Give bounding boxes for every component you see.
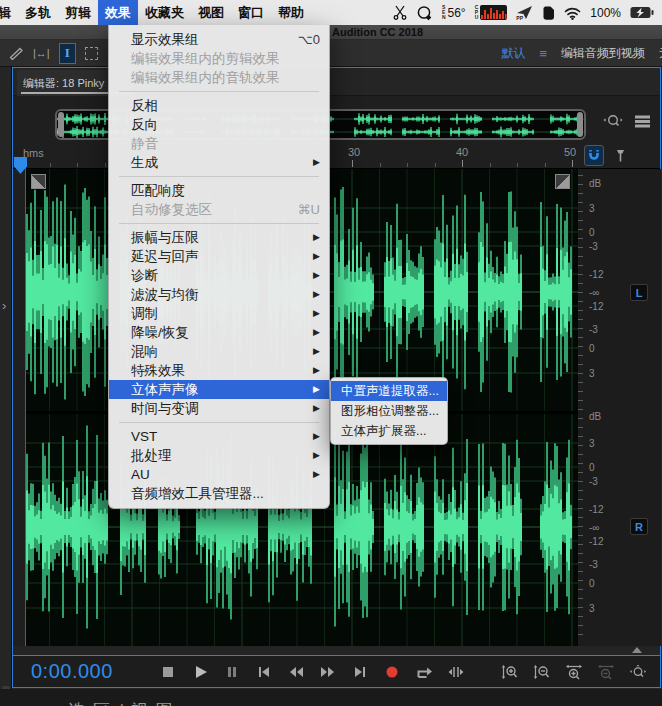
- menubar-item[interactable]: 多轨: [18, 0, 58, 25]
- time-display[interactable]: 0:00.000: [31, 660, 113, 683]
- paperplane-icon[interactable]: PP: [516, 5, 533, 20]
- sync-chat-icon[interactable]: [416, 5, 433, 21]
- menubar-item[interactable]: 窗口: [231, 0, 271, 25]
- zoom-in-amplitude-button[interactable]: [501, 664, 519, 680]
- snap-magnet-toggle[interactable]: [584, 145, 604, 166]
- menu-separator: [119, 223, 319, 224]
- corner-handle-top-left[interactable]: [31, 174, 46, 189]
- workspace-menu-icon[interactable]: ≡: [539, 46, 547, 61]
- skip-to-start-button[interactable]: [255, 664, 273, 680]
- effects-menu-item[interactable]: 音频增效工具管理器...: [109, 484, 329, 503]
- menu-separator: [119, 176, 319, 177]
- marquee-selection-tool-icon[interactable]: [85, 47, 98, 60]
- menubar-item[interactable]: 辑: [0, 0, 18, 25]
- zoom-navigate-button[interactable]: [629, 664, 647, 680]
- effects-menu-item[interactable]: 匹配响度: [109, 181, 329, 200]
- effects-menu-item[interactable]: 反相: [109, 96, 329, 115]
- ruler-tick: [435, 163, 436, 167]
- effects-menu-item[interactable]: 混响▶: [109, 342, 329, 361]
- menubar-item[interactable]: 效果: [98, 0, 138, 25]
- play-button[interactable]: [191, 664, 209, 680]
- menu-item-label: 混响: [131, 342, 158, 361]
- db-label: -12: [589, 301, 603, 312]
- submenu-arrow-icon: ▶: [313, 323, 320, 342]
- submenu-arrow-icon: ▶: [313, 427, 320, 446]
- expand-panel-chevron-icon[interactable]: ›: [2, 298, 6, 313]
- effects-menu-item[interactable]: 立体声声像▶: [109, 380, 329, 399]
- submenu-arrow-icon: ▶: [313, 399, 320, 418]
- playhead-line[interactable]: [25, 163, 26, 646]
- effects-menu-item: 编辑效果组内的音轨效果: [109, 68, 329, 87]
- stop-button[interactable]: [159, 664, 177, 680]
- skip-to-end-button[interactable]: [351, 664, 369, 680]
- submenu-arrow-icon: ▶: [313, 266, 320, 285]
- menu-item-label: 诊断: [131, 266, 158, 285]
- razor-tool-icon[interactable]: [8, 43, 24, 63]
- effects-menu-item[interactable]: 降噪/恢复▶: [109, 323, 329, 342]
- amplitude-ruler[interactable]: dB30-3-12-∞-12-303dB30-3-12-∞-12-303 L R: [578, 169, 661, 646]
- fast-forward-button[interactable]: [319, 664, 337, 680]
- stereo-submenu-item[interactable]: 图形相位调整器...: [331, 401, 447, 421]
- cpu-monitor-widget[interactable]: CPU: [475, 5, 508, 20]
- effects-menu-item[interactable]: 滤波与均衡▶: [109, 285, 329, 304]
- effects-menu-item[interactable]: 反向: [109, 115, 329, 134]
- effects-menu-item[interactable]: 生成▶: [109, 153, 329, 172]
- effects-menu-item[interactable]: 诊断▶: [109, 266, 329, 285]
- record-button[interactable]: [383, 664, 401, 680]
- effects-menu-item[interactable]: 调制▶: [109, 304, 329, 323]
- effects-menu-item[interactable]: 特殊效果▶: [109, 361, 329, 380]
- effects-menu-item[interactable]: 延迟与回声▶: [109, 247, 329, 266]
- collapse-arrow-icon[interactable]: [632, 647, 642, 653]
- right-channel-badge[interactable]: R: [630, 518, 648, 535]
- loop-playback-button[interactable]: [415, 664, 433, 680]
- stereo-submenu-item[interactable]: 中置声道提取器...: [331, 381, 447, 401]
- submenu-arrow-icon: ▶: [313, 342, 320, 361]
- time-selection-tool-icon[interactable]: I: [59, 43, 76, 64]
- zoom-navigator-icon[interactable]: [603, 112, 623, 134]
- stereo-submenu-item[interactable]: 立体声扩展器...: [331, 421, 447, 441]
- menubar-item[interactable]: 帮助: [271, 0, 311, 25]
- zoom-out-amplitude-button[interactable]: [533, 664, 551, 680]
- left-channel-badge[interactable]: L: [630, 284, 648, 301]
- workspace-item-edit-audio-to-video[interactable]: 编辑音频到视频: [561, 45, 645, 62]
- battery-icon[interactable]: [630, 6, 654, 19]
- effects-menu-item[interactable]: 批处理▶: [109, 446, 329, 465]
- effects-menu-item[interactable]: 时间与变调▶: [109, 399, 329, 418]
- db-label: -3: [589, 559, 598, 570]
- effects-menu-item[interactable]: 显示效果组⌥0: [109, 30, 329, 49]
- wifi-icon[interactable]: [564, 6, 581, 20]
- menu-item-label: 时间与变调: [131, 399, 199, 418]
- weather-widget[interactable]: SEN 56°: [442, 5, 466, 20]
- db-label: -3: [589, 241, 598, 252]
- ruler-tick: [490, 163, 491, 167]
- pause-button[interactable]: [223, 664, 241, 680]
- horizontal-scroll-strip[interactable]: [13, 646, 660, 655]
- menubar-item[interactable]: 收藏夹: [138, 0, 191, 25]
- panel-list-icon[interactable]: [634, 114, 651, 133]
- evernote-icon[interactable]: [542, 5, 555, 20]
- skip-selection-button[interactable]: [447, 664, 465, 680]
- db-label: dB: [589, 178, 601, 189]
- slip-tool-icon[interactable]: |↔|: [33, 43, 50, 63]
- selection-view-panel-tab[interactable]: 选区/视图: [68, 699, 181, 706]
- window-titlebar[interactable]: Audition CC 2018: [0, 25, 662, 40]
- db-label: -12: [589, 269, 603, 280]
- battery-percent: 100%: [590, 6, 621, 20]
- rewind-button[interactable]: [287, 664, 305, 680]
- scissors-icon[interactable]: [393, 5, 407, 20]
- marker-pin-icon[interactable]: [612, 146, 628, 165]
- zoom-in-time-button[interactable]: [565, 664, 583, 680]
- weather-label: SEN: [442, 5, 446, 20]
- db-label: -12: [589, 536, 603, 547]
- menu-separator: [119, 422, 319, 423]
- menubar-item[interactable]: 视图: [191, 0, 231, 25]
- submenu-arrow-icon: ▶: [313, 380, 320, 399]
- effects-menu-item[interactable]: AU▶: [109, 465, 329, 484]
- menu-item-label: 批处理: [131, 446, 172, 465]
- menubar-item[interactable]: 剪辑: [58, 0, 98, 25]
- ruler-tick: [352, 160, 353, 167]
- corner-handle-top-right[interactable]: [555, 174, 570, 189]
- effects-menu-item[interactable]: 振幅与压限▶: [109, 228, 329, 247]
- effects-menu-item[interactable]: VST▶: [109, 427, 329, 446]
- workspace-default[interactable]: 默认: [501, 45, 525, 62]
